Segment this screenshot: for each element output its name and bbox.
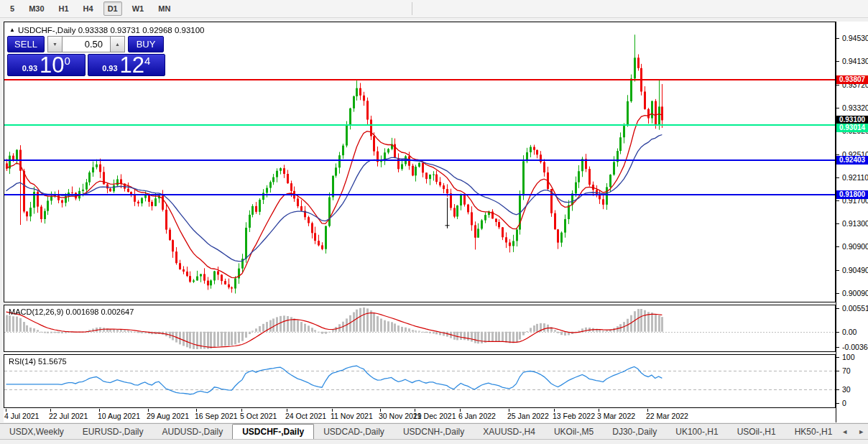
sell-price-main: 10 bbox=[40, 55, 64, 75]
buy-price-box[interactable]: 0.93 12 4 bbox=[88, 54, 166, 76]
chart-tabs-bar: USDX,WeeklyEURUSD-,DailyAUDUSD-,DailyUSD… bbox=[0, 423, 868, 439]
price-tick-label: 0.90900 bbox=[842, 242, 868, 251]
rsi-value: 51.5675 bbox=[38, 357, 67, 366]
chart-symbol-label: USDCHF-,Daily bbox=[18, 26, 76, 34]
chart-tab-hk50[interactable]: HK50-,H1 bbox=[785, 424, 842, 439]
price-tick-label: 0.91300 bbox=[842, 219, 868, 228]
timeframe-button-mn[interactable]: MN bbox=[154, 1, 175, 16]
chart-window: ▲USDCHF-,Daily 0.93338 0.93731 0.92968 0… bbox=[4, 22, 868, 422]
volume-input[interactable]: 0.50 bbox=[63, 36, 110, 52]
time-axis-label: 25 Jan 2022 bbox=[507, 412, 549, 420]
timeframe-button-w1[interactable]: W1 bbox=[128, 1, 149, 16]
time-axis-label: 22 Mar 2022 bbox=[646, 412, 688, 420]
axis-tick bbox=[836, 61, 839, 62]
chart-tab-audusd[interactable]: AUDUSD-,Daily bbox=[152, 424, 232, 439]
axis-tick bbox=[836, 85, 839, 85]
chart-tab-usdx[interactable]: USDX,Weekly bbox=[0, 424, 73, 439]
macd-indicator-pane: MACD(12,26,9) 0.001698 0.002647 bbox=[4, 305, 836, 352]
chart-tab-ukoil[interactable]: UKOil-,M5 bbox=[545, 424, 603, 439]
axis-tick bbox=[836, 389, 839, 390]
price-tick-label: 0.93320 bbox=[842, 103, 868, 112]
buy-price-sup: 4 bbox=[144, 55, 150, 75]
price-line-badge: 0.93014 bbox=[836, 124, 868, 132]
time-axis-label: 4 Jul 2021 bbox=[4, 412, 39, 420]
toolbar-separator bbox=[412, 2, 412, 15]
chart-tab-usoil[interactable]: USOil-,H1 bbox=[728, 424, 785, 439]
axis-tick bbox=[836, 108, 839, 108]
axis-tick bbox=[836, 246, 839, 247]
time-axis-label: 16 Sep 2021 bbox=[195, 412, 238, 420]
axis-tick bbox=[836, 403, 839, 404]
axis-tick bbox=[836, 177, 839, 178]
macd-axis-label: 0.00 bbox=[842, 328, 857, 336]
timeframe-button-h1[interactable]: H1 bbox=[55, 1, 73, 16]
tab-scroll-left-icon[interactable]: ◄ bbox=[841, 428, 848, 435]
chart-tab-usdcad[interactable]: USDCAD-,Daily bbox=[314, 424, 394, 439]
time-axis-label: 24 Oct 2021 bbox=[285, 412, 326, 420]
volume-increase-button[interactable]: ▲ bbox=[110, 36, 125, 52]
time-axis-label: 11 Nov 2021 bbox=[331, 412, 373, 420]
price-axis[interactable]: 0.945300.941300.937200.933200.929200.925… bbox=[836, 22, 868, 422]
sell-button[interactable]: SELL bbox=[7, 36, 45, 52]
price-tick-label: 0.94530 bbox=[842, 34, 868, 42]
price-tick-label: 0.92110 bbox=[842, 173, 868, 182]
rsi-label: RSI(14) 51.5675 bbox=[9, 357, 67, 366]
time-axis-label: 13 Feb 2022 bbox=[553, 412, 595, 420]
time-axis[interactable]: 4 Jul 202122 Jul 202110 Aug 202129 Aug 2… bbox=[4, 409, 836, 422]
volume-decrease-button[interactable]: ▼ bbox=[47, 36, 63, 52]
chart-tab-usdcnh[interactable]: USDCNH-,Daily bbox=[394, 424, 474, 439]
price-tick-label: 0.94130 bbox=[842, 57, 868, 65]
rsi-indicator-pane: RSI(14) 51.5675 bbox=[4, 354, 836, 408]
timeframe-button-h4[interactable]: H4 bbox=[79, 1, 98, 16]
timeframe-toolbar: 5M30H1H4D1W1MN bbox=[0, 0, 868, 18]
axis-tick bbox=[836, 371, 839, 371]
spinner-up-icon: ▲ bbox=[115, 42, 120, 47]
timeframe-button-d1[interactable]: D1 bbox=[103, 1, 122, 16]
axis-tick bbox=[836, 347, 839, 348]
price-line-badge: 0.91800 bbox=[836, 190, 868, 199]
mt4-window: 5M30H1H4D1W1MN ▲USDCHF-,Daily 0.93338 0.… bbox=[0, 0, 868, 444]
axis-tick bbox=[836, 308, 839, 309]
rsi-axis-label: 100 bbox=[842, 353, 855, 361]
chart-title: ▲USDCHF-,Daily 0.93338 0.93731 0.92968 0… bbox=[9, 26, 205, 34]
timeframe-button-m30[interactable]: M30 bbox=[24, 1, 48, 16]
chart-ohlc-values: 0.93338 0.93731 0.92968 0.93100 bbox=[78, 26, 205, 34]
price-tick-label: 0.90490 bbox=[842, 266, 868, 274]
one-click-trade-panel: SELL ▼ 0.50 ▲ BUY 0.93 10 0 0.93 12 4 bbox=[7, 36, 165, 76]
collapse-icon[interactable]: ▲ bbox=[9, 27, 15, 33]
macd-label: MACD(12,26,9) 0.001698 0.002647 bbox=[9, 307, 134, 316]
sell-price-box[interactable]: 0.93 10 0 bbox=[7, 54, 86, 76]
time-axis-label: 3 Mar 2022 bbox=[597, 412, 635, 420]
macd-axis-label: 0.005514 bbox=[842, 304, 868, 313]
chart-tab-xauusd[interactable]: XAUUSD-,H4 bbox=[474, 424, 545, 439]
spinner-down-icon: ▼ bbox=[52, 42, 57, 47]
time-axis-label: 22 Jul 2021 bbox=[49, 412, 88, 420]
rsi-axis-label: 0 bbox=[842, 399, 846, 407]
rsi-axis-label: 70 bbox=[842, 366, 851, 375]
time-axis-label: 5 Oct 2021 bbox=[240, 412, 277, 420]
buy-button[interactable]: BUY bbox=[128, 36, 164, 52]
axis-tick bbox=[836, 200, 839, 201]
buy-price-prefix: 0.93 bbox=[102, 64, 117, 75]
price-line-badge: 0.93807 bbox=[836, 75, 868, 84]
chart-tab-uk100[interactable]: UK100-,H1 bbox=[666, 424, 727, 439]
chart-tab-usdchf[interactable]: USDCHF-,Daily bbox=[232, 424, 314, 440]
time-axis-label: 19 Dec 2021 bbox=[413, 412, 456, 420]
window-bottom-edge bbox=[0, 439, 868, 444]
rsi-axis-label: 30 bbox=[842, 385, 851, 394]
main-chart-pane: ▲USDCHF-,Daily 0.93338 0.93731 0.92968 0… bbox=[4, 22, 836, 302]
chart-tab-dj30[interactable]: DJ30-,Daily bbox=[603, 424, 666, 439]
sell-price-sup: 0 bbox=[65, 55, 70, 75]
axis-tick bbox=[836, 154, 839, 155]
chart-tab-eurusd[interactable]: EURUSD-,Daily bbox=[73, 424, 153, 439]
time-axis-label: 10 Aug 2021 bbox=[98, 412, 140, 420]
rsi-chart-canvas[interactable] bbox=[4, 355, 835, 407]
time-axis-label: 6 Jan 2022 bbox=[458, 412, 496, 420]
axis-tick bbox=[836, 332, 839, 333]
axis-tick bbox=[836, 357, 839, 358]
timeframe-button-5[interactable]: 5 bbox=[6, 1, 19, 16]
tab-scroll-right-icon[interactable]: ► bbox=[858, 428, 864, 435]
macd-axis-label: -0.003642 bbox=[842, 343, 868, 351]
price-tick-label: 0.90090 bbox=[842, 289, 868, 297]
macd-values: 0.001698 0.002647 bbox=[65, 307, 134, 316]
